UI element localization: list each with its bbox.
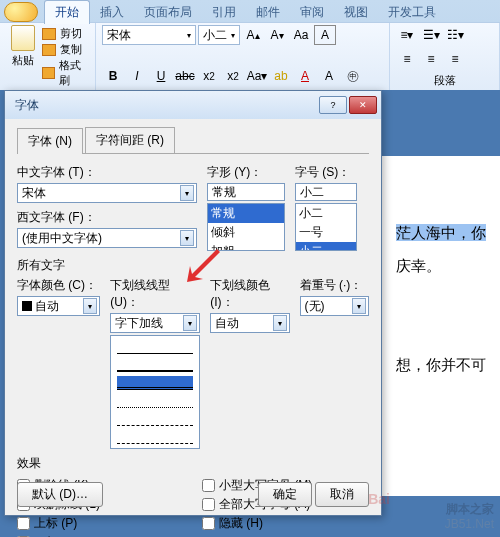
dialog-title: 字体 (9, 97, 39, 114)
ok-button[interactable]: 确定 (258, 482, 312, 507)
superscript-checkbox[interactable]: 上标 (P) (17, 515, 100, 532)
font-color-combo[interactable]: 自动▾ (17, 296, 100, 316)
underline-option-double[interactable] (117, 376, 193, 390)
chevron-down-icon: ▾ (352, 298, 366, 314)
sub-button[interactable]: x2 (198, 66, 220, 86)
all-text-label: 所有文字 (17, 257, 369, 274)
paragraph-label: 段落 (396, 73, 493, 88)
underline-style-combo[interactable]: 字下加线▾ (110, 313, 200, 333)
help-button[interactable]: ? (319, 96, 347, 114)
selected-text: 茫人海中，你 (396, 224, 486, 241)
hidden-checkbox[interactable]: 隐藏 (H) (202, 515, 312, 532)
default-button[interactable]: 默认 (D)… (17, 482, 103, 507)
paste-button[interactable]: 粘贴 (6, 25, 40, 89)
copy-button[interactable]: 复制 (42, 42, 89, 57)
italic-button[interactable]: I (126, 66, 148, 86)
sup-button[interactable]: x2 (222, 66, 244, 86)
size-input[interactable]: 小二 (295, 183, 357, 201)
underline-dropdown-list[interactable] (110, 335, 200, 449)
char-border-button[interactable]: A (314, 25, 336, 45)
cut-button[interactable]: 剪切 (42, 26, 89, 41)
grow-font-button[interactable]: A▴ (242, 25, 264, 45)
office-button[interactable] (4, 2, 38, 22)
underline-button[interactable]: U (150, 66, 172, 86)
ribbon: 粘贴 剪切 复制 格式刷 宋体▾ 小二▾ A▴ A▾ Aa A B I (0, 22, 500, 90)
chevron-down-icon: ▾ (180, 185, 194, 201)
font-color-label: 字体颜色 (C)： (17, 277, 100, 294)
wn-font-label: 西文字体 (F)： (17, 209, 197, 226)
dialog-tab-font[interactable]: 字体 (N) (17, 128, 83, 154)
strike-button[interactable]: abc (174, 66, 196, 86)
paste-label: 粘贴 (12, 53, 34, 68)
tab-mail[interactable]: 邮件 (246, 1, 290, 24)
list-item[interactable]: 小二 (296, 204, 356, 223)
chevron-down-icon: ▾ (83, 298, 97, 314)
enclose-button[interactable]: ㊥ (342, 66, 364, 86)
tab-insert[interactable]: 插入 (90, 1, 134, 24)
scissors-icon (42, 28, 56, 40)
cn-font-combo[interactable]: 宋体▾ (17, 183, 197, 203)
font-size-select[interactable]: 小二▾ (198, 25, 240, 45)
list-item[interactable]: 常规 (208, 204, 284, 223)
change-case-button[interactable]: Aa▾ (246, 66, 268, 86)
dialog-titlebar[interactable]: 字体 ? ✕ (5, 91, 381, 119)
ribbon-tabs: 开始 插入 页面布局 引用 邮件 审阅 视图 开发工具 (0, 0, 500, 22)
chevron-down-icon: ▾ (180, 230, 194, 246)
baidu-watermark: Bai (368, 491, 390, 507)
char-shading-button[interactable]: A (318, 66, 340, 86)
style-listbox[interactable]: 常规 倾斜 加粗 (207, 203, 285, 251)
size-listbox[interactable]: 小二 一号 小二 (295, 203, 357, 251)
tab-view[interactable]: 视图 (334, 1, 378, 24)
site-watermark: 脚本之家 JB51.Net (445, 502, 494, 533)
highlight-button[interactable]: ab (270, 66, 292, 86)
chevron-down-icon: ▾ (183, 315, 197, 331)
tab-home[interactable]: 开始 (44, 0, 90, 24)
align-left-button[interactable]: ≡ (396, 49, 418, 69)
cn-font-label: 中文字体 (T)： (17, 164, 197, 181)
brush-icon (42, 67, 55, 79)
close-button[interactable]: ✕ (349, 96, 377, 114)
dialog-tab-spacing[interactable]: 字符间距 (R) (85, 127, 175, 153)
tab-references[interactable]: 引用 (202, 1, 246, 24)
shrink-font-button[interactable]: A▾ (266, 25, 288, 45)
clear-format-button[interactable]: Aa (290, 25, 312, 45)
style-input[interactable]: 常规 (207, 183, 285, 201)
font-dialog: 字体 ? ✕ 字体 (N) 字符间距 (R) 中文字体 (T)： 宋体▾ 西文字… (4, 90, 382, 516)
underline-option-dotted[interactable] (117, 394, 193, 408)
tab-dev[interactable]: 开发工具 (378, 1, 446, 24)
underline-option-dashed-long[interactable] (117, 430, 193, 444)
underline-color-label: 下划线颜色 (I)： (210, 277, 289, 311)
font-color-button[interactable]: A (294, 66, 316, 86)
bold-button[interactable]: B (102, 66, 124, 86)
paste-icon (11, 25, 35, 51)
numbering-button[interactable]: ☰▾ (420, 25, 442, 45)
underline-option-thick[interactable] (117, 358, 193, 372)
font-group: 宋体▾ 小二▾ A▴ A▾ Aa A B I U abc x2 x2 Aa▾ a… (96, 23, 390, 90)
tab-review[interactable]: 审阅 (290, 1, 334, 24)
underline-style-label: 下划线线型 (U)： (110, 277, 200, 311)
align-right-button[interactable]: ≡ (444, 49, 466, 69)
underline-option-dashed[interactable] (117, 412, 193, 426)
list-item[interactable]: 倾斜 (208, 223, 284, 242)
multilevel-button[interactable]: ☷▾ (444, 25, 466, 45)
document-page[interactable]: 茫人海中，你 庆幸。 想，你并不可 (382, 156, 500, 496)
underline-option-single[interactable] (117, 340, 193, 354)
bullets-button[interactable]: ≡▾ (396, 25, 418, 45)
wn-font-combo[interactable]: (使用中文字体)▾ (17, 228, 197, 248)
size-label: 字号 (S)： (295, 164, 357, 181)
list-item[interactable]: 加粗 (208, 242, 284, 251)
font-name-select[interactable]: 宋体▾ (102, 25, 196, 45)
underline-color-combo[interactable]: 自动▾ (210, 313, 289, 333)
doc-text: 想，你并不可 (396, 348, 500, 381)
align-center-button[interactable]: ≡ (420, 49, 442, 69)
emphasis-combo[interactable]: (无)▾ (300, 296, 369, 316)
cancel-button[interactable]: 取消 (315, 482, 369, 507)
format-painter-button[interactable]: 格式刷 (42, 58, 89, 88)
paragraph-group: ≡▾ ☰▾ ☷▾ ≡ ≡ ≡ 段落 (390, 23, 500, 90)
chevron-down-icon: ▾ (273, 315, 287, 331)
list-item[interactable]: 一号 (296, 223, 356, 242)
clipboard-group: 粘贴 剪切 复制 格式刷 (0, 23, 96, 90)
tab-layout[interactable]: 页面布局 (134, 1, 202, 24)
list-item[interactable]: 小二 (296, 242, 356, 251)
effects-label: 效果 (17, 455, 369, 472)
